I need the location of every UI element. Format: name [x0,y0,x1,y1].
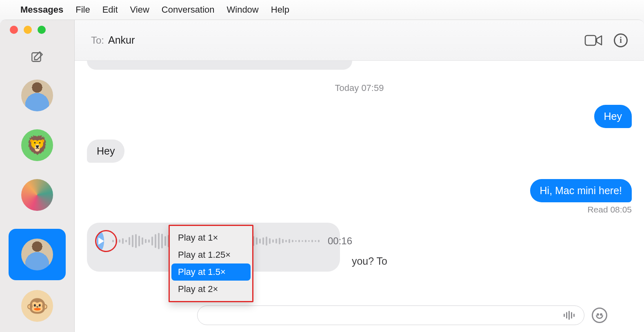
menu-item-play-1-5x[interactable]: Play at 1.5× [171,263,251,281]
macos-menubar: Messages File Edit View Conversation Win… [0,0,644,20]
minimize-window-button[interactable] [24,26,32,34]
messages-window: 🦁 🐵 To: Ankur i [0,20,644,332]
message-input[interactable] [197,305,584,325]
menu-file[interactable]: File [76,4,90,15]
close-window-button[interactable] [10,26,18,34]
annotation-highlight-icon [95,230,117,252]
conversation-item[interactable] [9,179,66,211]
conversation-item[interactable]: 🐵 [9,290,66,322]
menu-item-play-1x[interactable]: Play at 1× [171,229,251,246]
app-menu[interactable]: Messages [20,4,63,15]
outgoing-message[interactable]: Hey [594,105,632,128]
timestamp: Today 07:59 [87,83,632,93]
avatar [21,179,53,211]
avatar: 🐵 [21,290,53,322]
menu-view[interactable]: View [130,4,149,15]
conversation-list: 🦁 🐵 [0,80,74,322]
conversation-header: To: Ankur i [75,20,644,61]
message-row: Hey [87,139,632,163]
play-button[interactable] [97,232,104,250]
conversation-item-selected[interactable] [9,229,66,280]
menu-item-play-2x[interactable]: Play at 2× [171,281,251,298]
conversation-item[interactable] [9,80,66,111]
recipient-name[interactable]: Ankur [108,34,135,46]
message-row: Hey [87,105,632,128]
playback-speed-menu: Play at 1× Play at 1.25× Play at 1.5× Pl… [169,225,253,302]
incoming-message[interactable]: Hey [87,139,124,163]
emoji-picker-button[interactable] [592,308,607,323]
message-row: Hi, Mac mini here! [87,179,632,202]
menu-window[interactable]: Window [227,4,259,15]
facetime-button[interactable] [584,33,602,47]
menu-item-play-1-25x[interactable]: Play at 1.25× [171,246,251,263]
conversation-item[interactable]: 🦁 [9,129,66,161]
menu-help[interactable]: Help [271,4,289,15]
record-audio-icon[interactable] [564,310,576,320]
menu-conversation[interactable]: Conversation [162,4,215,15]
outgoing-message[interactable]: Hi, Mac mini here! [530,179,632,202]
audio-duration: 00:16 [328,235,352,247]
compose-button[interactable] [30,50,44,64]
info-button[interactable]: i [614,33,628,47]
avatar [21,80,53,111]
svg-rect-1 [585,35,596,45]
sidebar: 🦁 🐵 [0,20,75,332]
conversation-pane: To: Ankur i Today 07:59 Hey Hey Hi, Mac … [75,20,644,332]
transcript-fragment: you? To [352,255,387,267]
to-label: To: [91,35,104,46]
message-input-bar [197,304,607,326]
fullscreen-window-button[interactable] [38,26,46,34]
previous-message-fragment [87,61,352,70]
messages-area[interactable]: Today 07:59 Hey Hey Hi, Mac mini here! R… [75,61,644,332]
avatar [21,239,53,270]
avatar: 🦁 [21,129,53,161]
menu-edit[interactable]: Edit [102,4,118,15]
read-receipt: Read 08:05 [87,205,632,215]
window-controls [0,26,46,34]
